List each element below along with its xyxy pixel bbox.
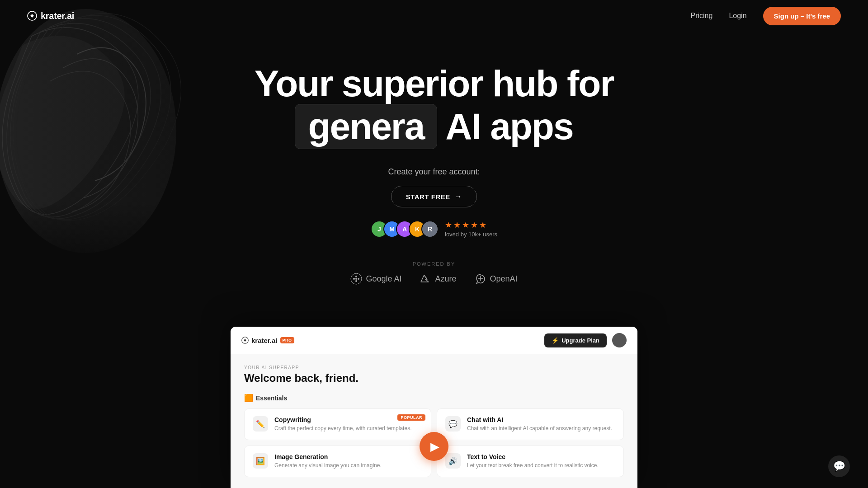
logo-text: krater.ai bbox=[41, 11, 74, 21]
logo-icon bbox=[27, 11, 37, 21]
arrow-icon: → bbox=[455, 192, 462, 201]
openai-icon bbox=[475, 273, 486, 285]
star-5: ★ bbox=[479, 220, 486, 230]
star-1: ★ bbox=[445, 220, 452, 230]
headline-line1: Your superior hub for bbox=[255, 63, 614, 104]
chat-button[interactable]: 💬 bbox=[828, 455, 850, 477]
highlight-box: genera bbox=[295, 104, 437, 149]
image-gen-content: Image Generation Generate any visual ima… bbox=[274, 453, 423, 469]
text-voice-desc: Let your text break free and convert it … bbox=[467, 462, 615, 469]
headline-line2: genera AI apps bbox=[255, 104, 614, 149]
azure-text: Azure bbox=[435, 274, 456, 284]
stars-loved: ★ ★ ★ ★ ★ loved by 10k+ users bbox=[445, 220, 497, 238]
copywriting-card[interactable]: ✏️ Copywriting Craft the perfect copy ev… bbox=[244, 408, 431, 440]
star-4: ★ bbox=[471, 220, 478, 230]
user-avatar[interactable] bbox=[612, 333, 627, 347]
app-logo: krater.ai PRO bbox=[241, 337, 294, 344]
essentials-icon: 🟧 bbox=[244, 394, 253, 402]
headline: Your superior hub for genera AI apps bbox=[255, 63, 614, 149]
powered-label: POWERED BY bbox=[413, 261, 456, 267]
app-header-right: ⚡ Upgrade Plan bbox=[544, 333, 627, 347]
chat-ai-card[interactable]: 💬 Chat with AI Chat with an intelligent … bbox=[437, 408, 624, 440]
google-ai-text: Google AI bbox=[366, 274, 401, 284]
openai-text: OpenAI bbox=[490, 274, 518, 284]
login-link[interactable]: Login bbox=[729, 12, 746, 20]
star-3: ★ bbox=[462, 220, 469, 230]
image-gen-desc: Generate any visual image you can imagin… bbox=[274, 462, 423, 469]
avatar-5: R bbox=[421, 221, 439, 238]
svg-point-3 bbox=[353, 278, 355, 280]
svg-point-5 bbox=[358, 278, 359, 280]
text-voice-content: Text to Voice Let your text break free a… bbox=[467, 453, 615, 469]
google-ai-icon bbox=[350, 273, 362, 285]
chat-ai-desc: Chat with an intelligent AI capable of a… bbox=[467, 425, 615, 432]
text-voice-card[interactable]: 🔊 Text to Voice Let your text break free… bbox=[437, 446, 624, 477]
chat-ai-title: Chat with AI bbox=[467, 416, 615, 423]
svg-point-4 bbox=[355, 276, 357, 277]
powered-section: POWERED BY Google AI bbox=[350, 261, 517, 285]
app-body: YOUR AI SUPERAPP Welcome back, friend. 🟧… bbox=[231, 354, 637, 488]
openai-logo: OpenAI bbox=[475, 273, 518, 285]
app-logo-icon bbox=[241, 337, 249, 344]
section-label-text: Essentials bbox=[256, 394, 287, 402]
upgrade-button[interactable]: ⚡ Upgrade Plan bbox=[544, 333, 607, 347]
chat-ai-icon: 💬 bbox=[445, 416, 461, 432]
play-icon: ▶ bbox=[430, 440, 439, 454]
pricing-link[interactable]: Pricing bbox=[691, 12, 713, 20]
azure-logo: Azure bbox=[420, 273, 456, 285]
section-label: 🟧 Essentials bbox=[244, 394, 624, 402]
app-logo-badge: PRO bbox=[280, 337, 294, 343]
superapp-label: YOUR AI SUPERAPP bbox=[244, 365, 624, 370]
loved-text: loved by 10k+ users bbox=[445, 231, 497, 238]
star-rating: ★ ★ ★ ★ ★ bbox=[445, 220, 497, 230]
text-voice-title: Text to Voice bbox=[467, 453, 615, 460]
start-free-button[interactable]: START FREE → bbox=[391, 186, 477, 207]
start-free-label: START FREE bbox=[406, 193, 450, 201]
avatars: J M A K R bbox=[371, 221, 439, 238]
navigation: krater.ai Pricing Login Sign up – It's f… bbox=[0, 0, 868, 32]
app-preview: krater.ai PRO ⚡ Upgrade Plan YOUR AI SUP… bbox=[231, 327, 637, 488]
star-2: ★ bbox=[453, 220, 461, 230]
popular-badge: POPULAR bbox=[397, 414, 425, 421]
welcome-text: Welcome back, friend. bbox=[244, 372, 624, 385]
azure-icon bbox=[420, 273, 431, 285]
upgrade-label: Upgrade Plan bbox=[561, 337, 599, 344]
headline-rest: AI apps bbox=[445, 106, 573, 147]
google-ai-logo: Google AI bbox=[350, 273, 401, 285]
app-logo-text: krater.ai bbox=[251, 337, 278, 344]
lightning-icon: ⚡ bbox=[552, 337, 559, 344]
nav-right: Pricing Login Sign up – It's free bbox=[691, 7, 841, 25]
copywriting-desc: Craft the perfect copy every time, with … bbox=[274, 425, 423, 432]
powered-logos: Google AI Azure OpenAI bbox=[350, 273, 517, 285]
play-overlay: ▶ bbox=[420, 432, 448, 461]
play-button[interactable]: ▶ bbox=[420, 432, 448, 461]
highlight-text: genera bbox=[308, 106, 424, 147]
social-proof: J M A K R ★ ★ ★ ★ ★ loved by 10k+ users bbox=[371, 220, 497, 238]
svg-point-6 bbox=[355, 280, 357, 282]
chat-icon: 💬 bbox=[833, 460, 845, 472]
image-gen-icon: 🖼️ bbox=[253, 453, 268, 469]
logo[interactable]: krater.ai bbox=[27, 11, 74, 21]
signup-button[interactable]: Sign up – It's free bbox=[763, 7, 841, 25]
sub-text: Create your free account: bbox=[388, 167, 480, 177]
copywriting-icon: ✏️ bbox=[253, 416, 268, 432]
image-gen-title: Image Generation bbox=[274, 453, 423, 460]
image-gen-card[interactable]: 🖼️ Image Generation Generate any visual … bbox=[244, 446, 431, 477]
chat-ai-content: Chat with AI Chat with an intelligent AI… bbox=[467, 416, 615, 432]
svg-point-7 bbox=[355, 278, 357, 280]
main-content: Your superior hub for genera AI apps Cre… bbox=[0, 36, 868, 285]
app-header: krater.ai PRO ⚡ Upgrade Plan bbox=[231, 327, 637, 354]
